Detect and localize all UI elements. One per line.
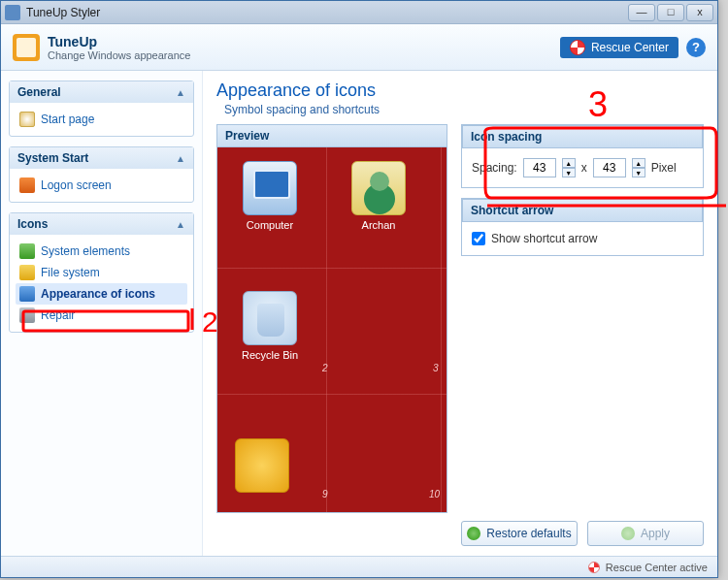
spacing-v-spinner: ▲ ▼ xyxy=(632,158,645,177)
shortcut-arrow-panel: Shortcut arrow Show shortcut arrow xyxy=(461,198,704,256)
grid-number: 2 xyxy=(322,363,328,373)
rescue-center-button[interactable]: Rescue Center xyxy=(560,37,678,58)
sidebar-item-appearance-of-icons[interactable]: Appearance of icons xyxy=(16,283,187,305)
spacing-v-down-button[interactable]: ▼ xyxy=(632,168,645,177)
sidebar: General ▲ Start page System Start ▲ xyxy=(1,71,203,556)
preview-header: Preview xyxy=(216,124,447,147)
user-folder-icon xyxy=(351,161,406,215)
titlebar: TuneUp Styler — □ x xyxy=(1,1,717,24)
sidebar-item-repair[interactable]: Repair xyxy=(16,305,187,326)
main: Appearance of icons Symbol spacing and s… xyxy=(203,71,717,556)
page-title: Appearance of icons xyxy=(216,81,704,101)
spacing-v-up-button[interactable]: ▲ xyxy=(632,158,645,168)
restore-icon xyxy=(467,527,480,540)
panel-general-header[interactable]: General ▲ xyxy=(10,81,193,103)
sidebar-item-label: Repair xyxy=(41,308,75,322)
icon-spacing-panel: Icon spacing Spacing: ▲ ▼ x xyxy=(461,124,704,188)
system-elements-icon xyxy=(19,243,35,259)
restore-defaults-label: Restore defaults xyxy=(486,527,571,540)
window-title: TuneUp Styler xyxy=(26,6,628,19)
button-row: Restore defaults Apply xyxy=(216,513,704,546)
preview-box: Preview Computer Archan xyxy=(216,124,447,513)
logon-icon xyxy=(19,177,35,193)
window-buttons: — □ x xyxy=(628,4,713,21)
lifebuoy-icon xyxy=(570,40,585,55)
grid-number: 10 xyxy=(429,489,440,499)
spacing-label: Spacing: xyxy=(472,161,517,175)
computer-icon xyxy=(243,161,297,215)
icon-spacing-header: Icon spacing xyxy=(462,125,703,148)
show-shortcut-arrow-checkbox[interactable] xyxy=(472,232,485,245)
recycle-bin-icon xyxy=(243,291,297,345)
desktop-icon-user: Archan xyxy=(340,161,417,231)
show-shortcut-arrow-row[interactable]: Show shortcut arrow xyxy=(472,232,693,245)
status-text: Rescue Center active xyxy=(606,562,708,573)
panel-icons-header[interactable]: Icons ▲ xyxy=(10,213,193,235)
panel-system-start-title: System Start xyxy=(17,151,88,165)
header: TuneUp Change Windows appearance Rescue … xyxy=(1,24,717,71)
chevron-up-icon: ▲ xyxy=(176,153,185,164)
restore-defaults-button[interactable]: Restore defaults xyxy=(461,521,578,546)
sidebar-item-file-system[interactable]: File system xyxy=(16,262,187,283)
page-subtitle: Symbol spacing and shortcuts xyxy=(216,103,704,116)
show-shortcut-arrow-label: Show shortcut arrow xyxy=(491,232,597,245)
file-system-icon xyxy=(19,265,35,280)
spacing-row: Spacing: ▲ ▼ x ▲ ▼ xyxy=(472,158,693,177)
desktop-icon-label: Archan xyxy=(362,219,396,231)
sidebar-item-label: System elements xyxy=(41,244,130,258)
header-title: TuneUp xyxy=(48,34,190,49)
right-column: Icon spacing Spacing: ▲ ▼ x xyxy=(461,124,704,513)
grid-number: 9 xyxy=(322,489,328,499)
desktop-icon-label: Recycle Bin xyxy=(242,349,298,361)
gear-icon xyxy=(235,438,289,493)
maximize-button[interactable]: □ xyxy=(657,4,684,21)
app-window: TuneUp Styler — □ x TuneUp Change Window… xyxy=(0,0,718,578)
spacing-h-input[interactable] xyxy=(523,158,556,177)
spacing-x-label: x xyxy=(581,161,587,175)
panel-system-start: System Start ▲ Logon screen xyxy=(9,146,194,203)
spacing-h-up-button[interactable]: ▲ xyxy=(562,158,576,168)
app-icon xyxy=(5,5,20,20)
apply-label: Apply xyxy=(641,527,670,540)
sidebar-item-logon-screen[interactable]: Logon screen xyxy=(16,175,187,196)
home-icon xyxy=(19,112,35,127)
panel-icons-title: Icons xyxy=(17,217,48,231)
minimize-button[interactable]: — xyxy=(628,4,655,21)
body: General ▲ Start page System Start ▲ xyxy=(1,71,717,556)
tuneup-logo-icon xyxy=(13,34,40,61)
panel-general-title: General xyxy=(17,85,61,99)
sidebar-item-label: Start page xyxy=(41,113,94,126)
desktop-icon-recycle-bin: Recycle Bin xyxy=(231,291,309,361)
spacing-v-input[interactable] xyxy=(593,158,626,177)
lifebuoy-icon xyxy=(588,562,600,573)
header-text: TuneUp Change Windows appearance xyxy=(48,34,190,61)
sidebar-item-start-page[interactable]: Start page xyxy=(16,109,187,130)
desktop-icon-label: Computer xyxy=(247,219,293,231)
appearance-icon xyxy=(19,286,35,302)
panel-general: General ▲ Start page xyxy=(9,81,194,137)
preview-area: Computer Archan Recycle Bin xyxy=(216,147,447,513)
close-button[interactable]: x xyxy=(686,4,713,21)
sidebar-item-label: File system xyxy=(41,266,100,279)
header-subtitle: Change Windows appearance xyxy=(48,49,190,61)
help-button[interactable]: ? xyxy=(686,38,706,57)
repair-icon xyxy=(19,307,35,323)
spacing-unit-label: Pixel xyxy=(651,161,677,175)
spacing-h-spinner: ▲ ▼ xyxy=(562,158,576,177)
panel-icons: Icons ▲ System elements File system Appe… xyxy=(9,212,194,333)
desktop-icon-settings xyxy=(223,438,301,497)
panel-system-start-header[interactable]: System Start ▲ xyxy=(10,147,193,169)
spacing-h-down-button[interactable]: ▼ xyxy=(562,168,576,177)
apply-button[interactable]: Apply xyxy=(587,521,704,546)
main-row: Preview Computer Archan xyxy=(216,124,704,513)
desktop-icon-computer: Computer xyxy=(231,161,309,231)
rescue-center-label: Rescue Center xyxy=(591,41,669,54)
statusbar: Rescue Center active xyxy=(1,556,717,577)
chevron-up-icon: ▲ xyxy=(176,87,185,98)
apply-icon xyxy=(621,527,635,540)
chevron-up-icon: ▲ xyxy=(176,219,185,230)
sidebar-item-label: Appearance of icons xyxy=(41,287,155,301)
shortcut-arrow-header: Shortcut arrow xyxy=(462,199,703,222)
sidebar-item-label: Logon screen xyxy=(41,178,112,192)
sidebar-item-system-elements[interactable]: System elements xyxy=(16,241,187,262)
